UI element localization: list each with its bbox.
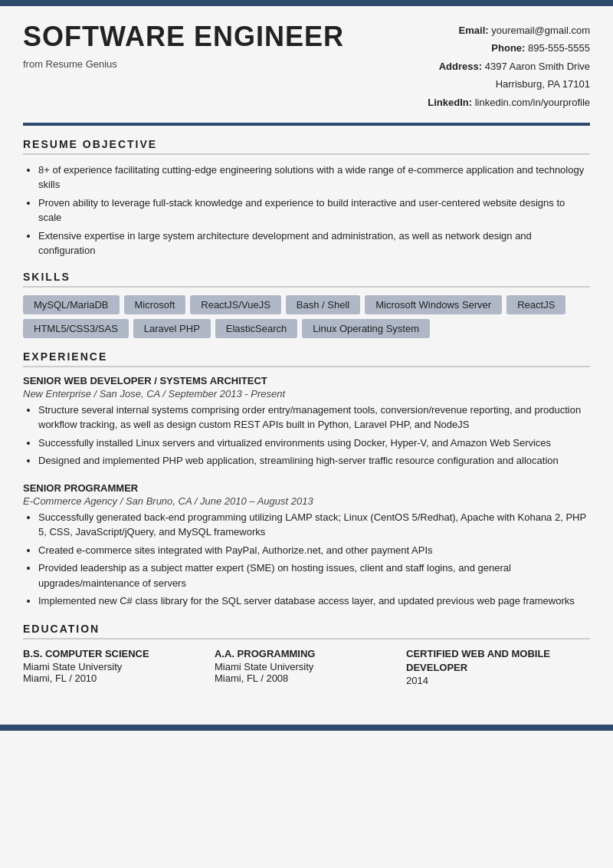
skill-badge: HTML5/CSS3/SAS — [23, 319, 129, 338]
header: SOFTWARE ENGINEER from Resume Genius Ema… — [0, 6, 613, 123]
education-section: EDUCATION B.S. COMPUTER SCIENCE Miami St… — [23, 623, 590, 686]
list-item: Structure several internal systems compr… — [38, 403, 590, 432]
skill-badge: Linux Operating System — [302, 319, 430, 338]
list-item: Designed and implemented PHP web applica… — [38, 453, 590, 469]
phone-label: Phone: — [491, 42, 525, 54]
header-divider — [23, 123, 590, 126]
skill-badge: Bash / Shell — [286, 295, 360, 314]
main-content: RESUME OBJECTIVE 8+ of experience facili… — [0, 138, 613, 709]
education-grid: B.S. COMPUTER SCIENCE Miami State Univer… — [23, 647, 590, 686]
edu-school-1: Miami State University — [23, 661, 207, 672]
address-line: Address: 4397 Aaron Smith Drive Harrisbu… — [391, 58, 590, 94]
job-title-1: SENIOR WEB DEVELOPER / SYSTEMS ARCHITECT — [23, 375, 590, 386]
skills-title: SKILLS — [23, 271, 590, 288]
email-label: Email: — [459, 25, 489, 36]
list-item: Successfully generated back-end programm… — [38, 510, 590, 540]
linkedin-line: LinkedIn: linkedin.com/in/yourprofile — [391, 94, 590, 111]
edu-detail-1: Miami, FL / 2010 — [23, 672, 207, 684]
resume-page: SOFTWARE ENGINEER from Resume Genius Ema… — [0, 0, 613, 868]
email-value: youremail@gmail.com — [491, 25, 590, 36]
edu-school-2: Miami State University — [215, 661, 398, 672]
job-title-2: SENIOR PROGRAMMER — [23, 482, 590, 494]
edu-degree-3: CERTIFIED WEB AND MOBILE DEVELOPER — [406, 647, 590, 675]
skill-badge: ElasticSearch — [215, 319, 297, 338]
email-line: Email: youremail@gmail.com — [391, 21, 590, 39]
job-entry-2: SENIOR PROGRAMMER E-Commerce Agency / Sa… — [23, 482, 590, 609]
skill-badge: Microsoft — [124, 295, 186, 314]
objective-bullets: 8+ of experience facilitating cutting-ed… — [23, 163, 590, 258]
job-entry-1: SENIOR WEB DEVELOPER / SYSTEMS ARCHITECT… — [23, 375, 590, 469]
list-item: Provided leadership as a subject matter … — [38, 561, 590, 590]
list-item: Successfully installed Linux servers and… — [38, 436, 590, 451]
experience-title: EXPERIENCE — [23, 350, 590, 367]
skills-section: SKILLS MySQL/MariaDB Microsoft ReactJS/V… — [23, 271, 590, 338]
job-bullets-2: Successfully generated back-end programm… — [23, 510, 590, 609]
job-bullets-1: Structure several internal systems compr… — [23, 403, 590, 469]
edu-entry-2: A.A. PROGRAMMING Miami State University … — [215, 647, 398, 686]
skills-container: MySQL/MariaDB Microsoft ReactJS/VueJS Ba… — [23, 295, 590, 338]
skill-badge: Microsoft Windows Server — [365, 295, 502, 314]
header-contact: Email: youremail@gmail.com Phone: 895-55… — [391, 21, 590, 111]
list-item: Created e-commerce sites integrated with… — [38, 543, 590, 558]
job-subtitle-1: New Enterprise / San Jose, CA / Septembe… — [23, 388, 590, 399]
resume-subtitle: from Resume Genius — [23, 58, 344, 70]
list-item: 8+ of experience facilitating cutting-ed… — [38, 163, 590, 192]
edu-degree-1: B.S. COMPUTER SCIENCE — [23, 647, 207, 661]
address-value: 4397 Aaron Smith Drive Harrisburg, PA 17… — [485, 61, 590, 90]
skill-badge: Laravel PHP — [133, 319, 211, 338]
edu-detail-3: 2014 — [406, 675, 590, 686]
experience-section: EXPERIENCE SENIOR WEB DEVELOPER / SYSTEM… — [23, 350, 590, 609]
list-item: Implemented new C# class library for the… — [38, 593, 590, 609]
resume-title: SOFTWARE ENGINEER — [23, 21, 344, 52]
education-title: EDUCATION — [23, 623, 590, 639]
edu-entry-1: B.S. COMPUTER SCIENCE Miami State Univer… — [23, 647, 207, 686]
header-left: SOFTWARE ENGINEER from Resume Genius — [23, 21, 344, 70]
objective-section: RESUME OBJECTIVE 8+ of experience facili… — [23, 138, 590, 258]
bottom-bar — [0, 725, 613, 731]
phone-value: 895-555-5555 — [528, 42, 590, 54]
objective-title: RESUME OBJECTIVE — [23, 138, 590, 155]
edu-detail-2: Miami, FL / 2008 — [215, 672, 398, 684]
list-item: Extensive expertise in large system arch… — [38, 229, 590, 258]
linkedin-label: LinkedIn: — [428, 97, 472, 108]
top-bar — [0, 0, 613, 6]
job-subtitle-2: E-Commerce Agency / San Bruno, CA / June… — [23, 495, 590, 507]
skill-badge: ReactJS/VueJS — [190, 295, 281, 314]
skill-badge: ReactJS — [506, 295, 565, 314]
skill-badge: MySQL/MariaDB — [23, 295, 120, 314]
linkedin-value: linkedin.com/in/yourprofile — [475, 97, 590, 108]
edu-entry-3: CERTIFIED WEB AND MOBILE DEVELOPER 2014 — [406, 647, 590, 686]
edu-degree-2: A.A. PROGRAMMING — [215, 647, 398, 661]
list-item: Proven ability to leverage full-stack kn… — [38, 196, 590, 225]
phone-line: Phone: 895-555-5555 — [391, 39, 590, 57]
address-label: Address: — [439, 61, 482, 72]
